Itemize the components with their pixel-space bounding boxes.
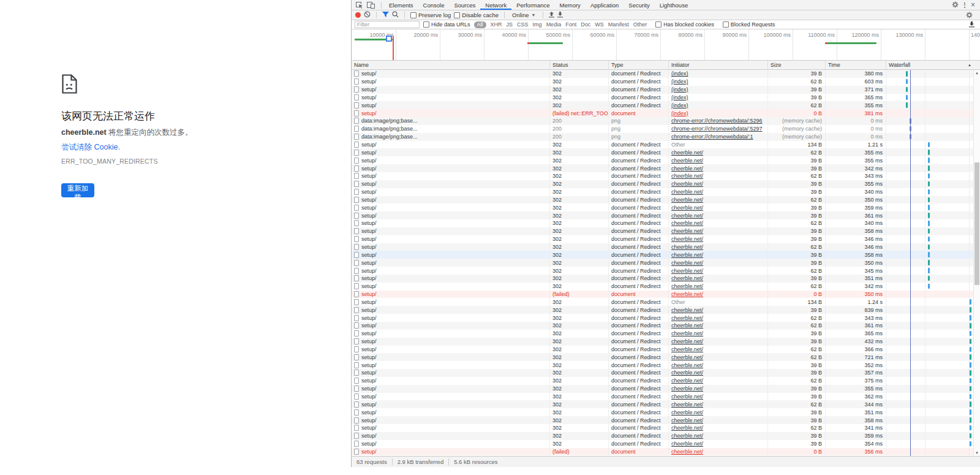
initiator-link[interactable]: cheerble.net/ [671,378,703,384]
column-header-status[interactable]: Status [550,61,609,69]
initiator-link[interactable]: chrome-error://chromewebdata/:5296 [671,118,763,124]
table-row[interactable]: setup/302document / Redirect(index)39 B3… [352,94,980,102]
download-icon[interactable] [969,21,977,28]
initiator-link[interactable]: cheerble.net/ [671,150,703,156]
tab-security[interactable]: Security [624,0,654,10]
table-row[interactable]: setup/302document / Redirectcheerble.net… [352,432,980,440]
export-har-icon[interactable] [557,12,563,19]
table-row[interactable]: setup/302document / Redirectcheerble.net… [352,377,980,385]
initiator-link[interactable]: cheerble.net/ [671,189,703,195]
initiator-link[interactable]: cheerble.net/ [671,252,703,258]
tab-lighthouse[interactable]: Lighthouse [655,0,693,10]
table-row[interactable]: setup/302document / Redirectcheerble.net… [352,408,980,416]
initiator-link[interactable]: cheerble.net/ [671,315,703,321]
filter-type-ws[interactable]: WS [595,21,604,28]
initiator-link[interactable]: cheerble.net/ [671,307,703,313]
overview-selection-handle[interactable] [386,36,392,42]
table-row[interactable]: setup/302document / Redirectcheerble.net… [352,219,980,227]
initiator-link[interactable]: cheerble.net/ [671,213,703,219]
table-row[interactable]: setup/302document / RedirectOther134 B1.… [352,141,980,149]
table-row[interactable]: setup/302document / Redirectcheerble.net… [352,314,980,322]
hide-data-urls-checkbox[interactable]: Hide data URLs [423,21,470,28]
filter-input[interactable] [355,21,420,28]
table-row[interactable]: setup/302document / Redirectcheerble.net… [352,322,980,330]
initiator-link[interactable]: (index) [671,110,688,116]
network-settings-gear-icon[interactable] [966,12,976,18]
throttling-dropdown[interactable]: Online▼ [510,12,537,18]
toggle-device-toolbar-icon[interactable] [367,2,375,9]
initiator-link[interactable]: cheerble.net/ [671,244,703,250]
initiator-link[interactable]: cheerble.net/ [671,260,703,266]
table-row[interactable]: setup/302document / Redirectcheerble.net… [352,353,980,361]
table-row[interactable]: setup/302document / Redirectcheerble.net… [352,235,980,243]
initiator-link[interactable]: (index) [671,102,688,108]
column-header-size[interactable]: Size [768,61,826,69]
table-row[interactable]: setup/302document / Redirectcheerble.net… [352,227,980,235]
table-row[interactable]: setup/302document / Redirect(index)62 B6… [352,78,980,86]
column-header-type[interactable]: Type [609,61,669,69]
initiator-link[interactable]: (index) [671,94,688,101]
table-row[interactable]: setup/302document / Redirectcheerble.net… [352,393,980,401]
network-overview[interactable]: 10000 ms20000 ms30000 ms40000 ms50000 ms… [352,29,980,61]
initiator-link[interactable]: cheerble.net/ [671,425,703,431]
table-row[interactable]: setup/302document / Redirectcheerble.net… [352,330,980,338]
table-row[interactable]: data:image/png;base...200pngchrome-error… [352,133,980,141]
initiator-link[interactable]: cheerble.net/ [671,322,703,329]
scroll-down-icon[interactable]: ▼ [974,450,980,456]
column-header-initiator[interactable]: Initiator [669,61,768,69]
search-icon[interactable] [392,11,399,19]
initiator-link[interactable]: cheerble.net/ [671,346,703,352]
table-row[interactable]: setup/302document / Redirect(index)39 B3… [352,86,980,94]
tab-memory[interactable]: Memory [555,0,586,10]
filter-type-other[interactable]: Other [633,21,647,28]
rows-scrollbar[interactable]: ▲ ▼ [973,70,980,456]
filter-type-all[interactable]: All [474,21,486,28]
table-row[interactable]: setup/302document / Redirect(index)39 B3… [352,70,980,78]
initiator-link[interactable]: cheerble.net/ [671,393,703,400]
initiator-link[interactable]: (index) [671,78,688,85]
table-row[interactable]: setup/302document / RedirectOther134 B1.… [352,298,980,306]
table-row[interactable]: setup/302document / Redirectcheerble.net… [352,400,980,408]
initiator-link[interactable]: cheerble.net/ [671,220,703,226]
table-row[interactable]: setup/302document / Redirectcheerble.net… [352,243,980,251]
table-row[interactable]: setup/302document / Redirectcheerble.net… [352,267,980,275]
table-row[interactable]: setup/302document / Redirectcheerble.net… [352,346,980,354]
initiator-link[interactable]: cheerble.net/ [671,362,703,368]
initiator-link[interactable]: cheerble.net/ [671,370,703,376]
initiator-link[interactable]: chrome-error://chromewebdata/:5297 [671,126,763,132]
column-header-time[interactable]: Time [826,61,886,69]
inspect-element-icon[interactable] [355,1,363,9]
table-row[interactable]: setup/302document / Redirectcheerble.net… [352,148,980,156]
settings-gear-icon[interactable] [952,0,959,10]
table-row[interactable]: setup/302document / Redirectcheerble.net… [352,156,980,164]
table-row[interactable]: setup/302document / Redirectcheerble.net… [352,385,980,393]
reload-button[interactable]: 重新加载 [61,183,94,197]
initiator-link[interactable]: cheerble.net/ [671,338,703,344]
scrollbar-thumb[interactable] [974,162,979,285]
filter-funnel-icon[interactable] [382,12,389,19]
record-network-log-icon[interactable] [355,12,361,18]
table-row[interactable]: setup/302document / Redirectcheerble.net… [352,424,980,432]
table-row[interactable]: setup/302document / Redirectcheerble.net… [352,338,980,346]
tab-sources[interactable]: Sources [449,0,480,10]
filter-type-img[interactable]: Img [533,21,542,28]
table-row[interactable]: data:image/png;base...200pngchrome-error… [352,117,980,125]
import-har-icon[interactable] [549,12,554,19]
initiator-link[interactable]: cheerble.net/ [671,205,703,211]
table-row[interactable]: setup/302document / Redirectcheerble.net… [352,416,980,424]
table-row[interactable]: setup/302document / Redirectcheerble.net… [352,196,980,204]
column-header-name[interactable]: Name [352,61,550,69]
tab-performance[interactable]: Performance [511,0,554,10]
initiator-link[interactable]: cheerble.net/ [671,433,703,439]
initiator-link[interactable]: cheerble.net/ [671,236,703,242]
filter-type-xhr[interactable]: XHR [491,21,502,28]
initiator-link[interactable]: cheerble.net/ [671,291,703,297]
filter-type-media[interactable]: Media [546,21,562,28]
initiator-link[interactable]: cheerble.net/ [671,173,703,179]
table-row[interactable]: setup/302document / Redirectcheerble.net… [352,172,980,180]
initiator-link[interactable]: (index) [671,70,688,77]
table-row[interactable]: setup/302document / Redirectcheerble.net… [352,259,980,267]
table-row[interactable]: setup/302document / Redirect(index)62 B3… [352,101,980,109]
table-row[interactable]: setup/(failed)documentcheerble.net/0 B35… [352,448,980,456]
tab-console[interactable]: Console [418,0,450,10]
